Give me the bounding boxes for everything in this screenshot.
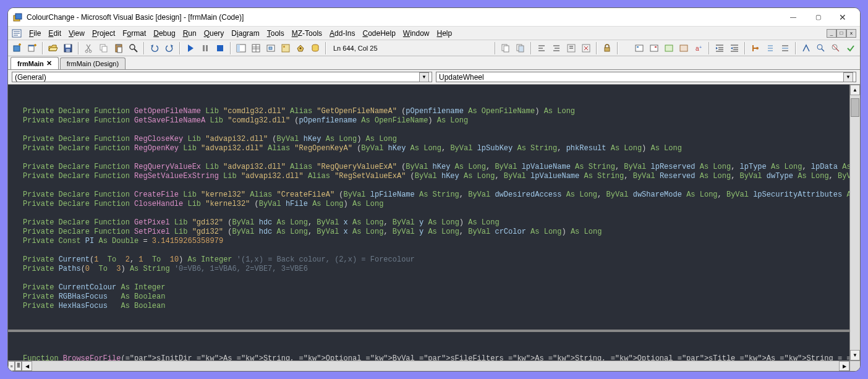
toolbar-sep: [596, 42, 597, 54]
scroll-left-icon[interactable]: ◀: [22, 361, 32, 371]
tab-label: frmMain: [17, 60, 44, 67]
svg-point-69: [756, 47, 759, 49]
tab-close-icon[interactable]: ✕: [46, 59, 52, 67]
app-icon: [13, 12, 23, 22]
mdi-restore-button[interactable]: □: [836, 29, 846, 38]
procedure-combo[interactable]: UpdateWheel ▼: [436, 72, 856, 82]
scrollbar-track[interactable]: [850, 95, 860, 350]
chevron-down-icon[interactable]: ▼: [843, 72, 853, 82]
scroll-right-icon[interactable]: ▶: [839, 361, 849, 371]
menu-debug[interactable]: Debug: [150, 28, 179, 39]
mz-tool-a1[interactable]: [632, 41, 646, 55]
add-form-button[interactable]: [25, 41, 39, 55]
toolbar-sep: [708, 42, 710, 54]
paste-button[interactable]: [112, 41, 126, 55]
mz-tool-b1[interactable]: [749, 41, 762, 55]
procedure-combo-value: UpdateWheel: [439, 73, 484, 82]
menu-help[interactable]: Help: [433, 28, 456, 39]
undo-button[interactable]: [148, 41, 161, 55]
menu-edit[interactable]: Edit: [45, 28, 65, 39]
svg-rect-21: [203, 45, 205, 51]
redo-button[interactable]: [163, 41, 176, 55]
mz-tool-2[interactable]: [514, 41, 527, 55]
tab-frmmain-design[interactable]: frmMain (Design): [60, 57, 126, 69]
mz-tool-a4[interactable]: [677, 41, 691, 55]
object-combo[interactable]: (General) ▼: [12, 72, 432, 82]
mz-tool-c3[interactable]: [829, 41, 843, 55]
mz-tool-c4[interactable]: [844, 41, 857, 55]
properties-button[interactable]: [249, 41, 263, 55]
minimize-button[interactable]: —: [781, 11, 806, 24]
menu-addins[interactable]: Add-Ins: [326, 28, 359, 39]
mz-tool-5[interactable]: [564, 41, 578, 55]
menu-file[interactable]: File: [25, 28, 45, 39]
mz-tool-4[interactable]: [550, 41, 563, 55]
code-splitter[interactable]: [8, 330, 849, 332]
project-explorer-button[interactable]: [234, 41, 248, 55]
find-button[interactable]: [127, 41, 140, 55]
menu-view[interactable]: View: [65, 28, 88, 39]
object-browser-button[interactable]: [279, 41, 292, 55]
svg-rect-33: [283, 46, 285, 48]
svg-rect-10: [66, 45, 70, 48]
outdent-button[interactable]: [728, 41, 741, 55]
save-button[interactable]: [61, 41, 75, 55]
mz-lock-button[interactable]: [600, 41, 614, 55]
menu-project[interactable]: Project: [88, 28, 119, 39]
mz-tool-c2[interactable]: [814, 41, 828, 55]
form-layout-button[interactable]: [264, 41, 278, 55]
toolbox-button[interactable]: [294, 41, 307, 55]
object-combo-value: (General): [15, 73, 46, 82]
toolbar-sep: [143, 42, 145, 54]
run-button[interactable]: [184, 41, 197, 55]
combo-row: (General) ▼ UpdateWheel ▼: [8, 70, 860, 85]
add-project-button[interactable]: [11, 41, 24, 55]
copy-button[interactable]: [97, 41, 111, 55]
window-title: ColourChange - Microsoft Visual Basic [d…: [27, 13, 781, 22]
svg-rect-25: [237, 45, 240, 52]
mdi-close-button[interactable]: x: [846, 29, 856, 38]
app-window: ColourChange - Microsoft Visual Basic [d…: [7, 7, 861, 372]
menu-tools[interactable]: Tools: [263, 28, 288, 39]
mz-tool-b2[interactable]: [764, 41, 777, 55]
code-editor[interactable]: Private Declare Function GetOpenFileName…: [8, 85, 849, 360]
full-module-view-button[interactable]: ≣: [15, 361, 22, 371]
chevron-down-icon[interactable]: ▼: [419, 72, 429, 82]
open-button[interactable]: [46, 41, 60, 55]
mdi-doc-icon: [12, 29, 22, 38]
cut-button[interactable]: [82, 41, 96, 55]
menu-diagram[interactable]: Diagram: [228, 28, 263, 39]
scrollbar-thumb[interactable]: [851, 98, 859, 117]
scroll-up-icon[interactable]: ▲: [850, 85, 860, 95]
tab-frmmain-code[interactable]: frmMain✕: [11, 57, 59, 69]
scroll-down-icon[interactable]: ▼: [850, 350, 860, 360]
menu-query[interactable]: Query: [200, 28, 228, 39]
mz-tool-a3[interactable]: [662, 41, 676, 55]
data-view-button[interactable]: [308, 41, 322, 55]
mz-tool-a2[interactable]: [647, 41, 661, 55]
menu-window[interactable]: Window: [399, 28, 433, 39]
mz-tool-1[interactable]: [499, 41, 513, 55]
svg-rect-15: [102, 46, 107, 52]
mz-tool-3[interactable]: [535, 41, 548, 55]
mz-tool-6[interactable]: [579, 41, 593, 55]
hscroll-track[interactable]: [32, 361, 839, 371]
vertical-scrollbar[interactable]: ▲ ▼: [849, 85, 860, 360]
indent-button[interactable]: [713, 41, 726, 55]
svg-rect-57: [665, 45, 673, 51]
menu-codehelp[interactable]: CodeHelp: [359, 28, 399, 39]
menu-format[interactable]: Format: [119, 28, 150, 39]
procedure-view-button[interactable]: ≡: [8, 361, 15, 371]
mz-tool-a5[interactable]: a+: [692, 41, 705, 55]
close-button[interactable]: ✕: [830, 11, 855, 24]
svg-text:+: +: [699, 45, 702, 49]
maximize-button[interactable]: ▢: [806, 11, 830, 24]
menu-mztools[interactable]: MZ-Tools: [288, 28, 326, 39]
stop-button[interactable]: [213, 41, 227, 55]
svg-line-80: [833, 45, 839, 51]
mdi-minimize-button[interactable]: _: [827, 29, 836, 38]
pause-button[interactable]: [198, 41, 212, 55]
menu-run[interactable]: Run: [179, 28, 200, 39]
mz-tool-b3[interactable]: [778, 41, 792, 55]
mz-tool-c1[interactable]: [799, 41, 813, 55]
